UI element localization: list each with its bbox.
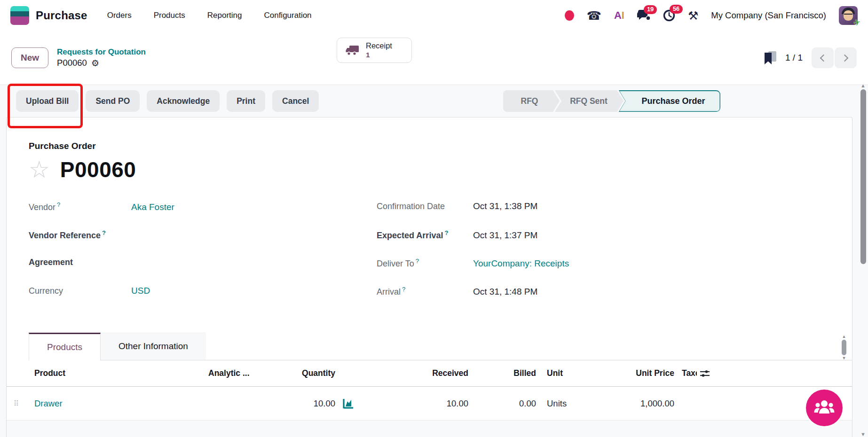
receipt-button-label: Receipt (366, 41, 392, 51)
pager-next-button[interactable] (835, 47, 857, 68)
header-product[interactable]: Product (25, 368, 208, 378)
optional-columns-icon[interactable] (700, 369, 710, 378)
step-rfq-sent[interactable]: RFQ Sent (555, 90, 623, 112)
arrival-label: Arrival (377, 287, 401, 297)
gear-icon[interactable]: ⚙ (91, 59, 99, 68)
inner-scrollbar-thumb[interactable] (842, 340, 846, 355)
currency-label: Currency (29, 286, 131, 296)
acknowledge-button[interactable]: Acknowledge (147, 90, 220, 112)
chevron-right-icon (841, 54, 849, 62)
status-dot-icon[interactable] (565, 10, 574, 21)
field-vendor-reference: Vendor Reference? (29, 229, 353, 244)
cancel-button[interactable]: Cancel (272, 90, 319, 112)
group-people-icon (813, 398, 835, 417)
upload-bill-button[interactable]: Upload Bill (16, 90, 79, 112)
help-icon: ? (57, 201, 60, 208)
arrival-value[interactable]: Oct 31, 1:48 PM (473, 287, 852, 297)
record-name: P00060 (60, 157, 136, 182)
received-cell[interactable]: 10.00 (361, 398, 468, 409)
truck-icon (345, 45, 360, 56)
main-scrollbar[interactable]: ▲ ▼ (860, 85, 867, 437)
field-currency: Currency USD (29, 286, 353, 301)
header-analytic[interactable]: Analytic ... (208, 368, 284, 378)
expected-arrival-value[interactable]: Oct 31, 1:37 PM (473, 230, 852, 241)
header-billed[interactable]: Billed (468, 368, 536, 378)
menu-orders[interactable]: Orders (107, 11, 132, 20)
pager-value: 1 / 1 (785, 53, 803, 63)
send-po-button[interactable]: Send PO (86, 90, 140, 112)
header-unit-price[interactable]: Unit Price (622, 368, 674, 378)
company-switcher[interactable]: My Company (San Francisco) (711, 10, 826, 21)
header-unit[interactable]: Unit (536, 368, 622, 378)
menu-products[interactable]: Products (154, 11, 185, 20)
field-arrival: Arrival? Oct 31, 1:48 PM (377, 286, 852, 301)
field-expected-arrival: Expected Arrival? Oct 31, 1:37 PM (377, 229, 852, 244)
notebook-tabs: Products Other Information (29, 333, 852, 360)
form-sheet: Purchase Order ☆ P00060 Vendor? Aka Fost… (6, 117, 852, 437)
odoo-purchase-screen: Purchase Orders Products Reporting Confi… (0, 0, 868, 437)
forecast-chart-icon[interactable] (335, 398, 361, 409)
currency-value-link[interactable]: USD (131, 286, 353, 296)
debug-tools-icon[interactable]: ⚒ (688, 10, 698, 22)
print-button[interactable]: Print (227, 90, 265, 112)
header-taxes[interactable]: Taxes (682, 368, 697, 378)
bookmark-icon[interactable] (765, 51, 776, 64)
header-received[interactable]: Received (361, 368, 468, 378)
scroll-down-icon[interactable]: ▼ (860, 432, 866, 437)
order-lines-header: Product Analytic ... Quantity Received B… (7, 360, 852, 387)
vendor-reference-label: Vendor Reference (29, 231, 101, 240)
menu-configuration[interactable]: Configuration (264, 11, 311, 20)
scroll-down-icon[interactable]: ▼ (841, 356, 847, 360)
confirmation-date-value[interactable]: Oct 31, 1:38 PM (473, 201, 852, 211)
agreement-label: Agreement (29, 258, 131, 267)
menu-reporting[interactable]: Reporting (207, 11, 242, 20)
product-cell[interactable]: Drawer (25, 398, 208, 409)
scroll-up-icon[interactable]: ▲ (841, 335, 847, 339)
drag-handle-icon[interactable]: ⠿ (7, 399, 25, 408)
receipt-button-count: 1 (366, 51, 370, 60)
ai-icon[interactable]: AI (614, 9, 624, 22)
breadcrumb-current: P00060 (57, 58, 87, 68)
header-quantity[interactable]: Quantity (284, 368, 335, 378)
vendor-value-link[interactable]: Aka Foster (131, 202, 353, 212)
field-deliver-to: Deliver To? YourCompany: Receipts (377, 258, 852, 273)
tab-products[interactable]: Products (29, 333, 101, 360)
messages-icon[interactable]: 19 (637, 10, 650, 21)
livechat-bubble[interactable] (806, 390, 843, 426)
unit-cell[interactable]: Units (536, 398, 622, 409)
control-panel: New Requests for Quotation P00060 ⚙ Rece… (0, 31, 868, 85)
voip-phone-icon[interactable]: ☎ (587, 10, 601, 22)
inner-scrollbar[interactable]: ▲ ▼ (841, 335, 847, 365)
systray: ☎ AI 19 56 ⚒ My Com (565, 6, 858, 25)
scroll-up-icon[interactable]: ▲ (860, 83, 866, 88)
favorite-star-icon[interactable]: ☆ (29, 159, 50, 180)
pager-previous-button[interactable] (812, 47, 834, 68)
help-icon: ? (444, 229, 448, 236)
top-navbar: Purchase Orders Products Reporting Confi… (0, 0, 868, 31)
quantity-cell[interactable]: 10.00 (284, 398, 335, 409)
billed-cell[interactable]: 0.00 (468, 398, 536, 409)
app-title[interactable]: Purchase (36, 9, 87, 22)
step-rfq[interactable]: RFQ (503, 90, 560, 112)
user-avatar[interactable]: ✈ (839, 6, 858, 25)
receipt-smart-button[interactable]: Receipt 1 (337, 38, 412, 63)
statusbar-strip: Upload Bill Send PO Acknowledge Print Ca… (0, 85, 868, 117)
action-buttons: Upload Bill Send PO Acknowledge Print Ca… (16, 90, 319, 112)
main-scrollbar-thumb[interactable] (860, 89, 866, 264)
unit-price-cell[interactable]: 1,000.00 (622, 398, 674, 409)
activities-clock-icon[interactable]: 56 (663, 9, 675, 22)
deliver-to-label: Deliver To (377, 259, 414, 268)
odoo-app-logo[interactable] (10, 6, 29, 25)
table-footer-area (7, 421, 852, 437)
new-button[interactable]: New (11, 47, 48, 68)
activities-badge: 56 (670, 5, 683, 14)
form-workspace: Upload Bill Send PO Acknowledge Print Ca… (0, 85, 868, 437)
help-icon: ? (416, 258, 419, 265)
breadcrumb: Requests for Quotation P00060 ⚙ (57, 47, 146, 68)
breadcrumb-parent-link[interactable]: Requests for Quotation (57, 47, 146, 57)
tab-other-information[interactable]: Other Information (101, 333, 206, 360)
order-line-row: ⠿ Drawer 10.00 10.00 0.00 Units 1,000.00 (7, 387, 852, 421)
status-steps: RFQ RFQ Sent Purchase Order (503, 90, 720, 112)
step-purchase-order[interactable]: Purchase Order (619, 90, 720, 112)
deliver-to-value-link[interactable]: YourCompany: Receipts (473, 258, 852, 269)
